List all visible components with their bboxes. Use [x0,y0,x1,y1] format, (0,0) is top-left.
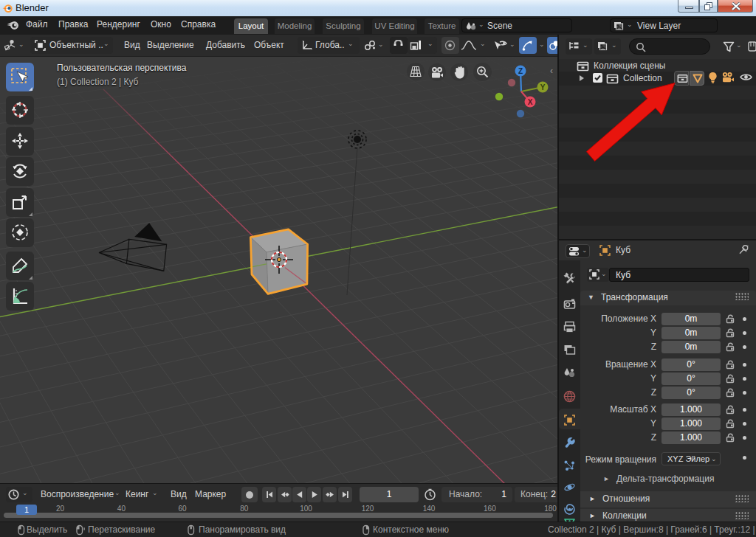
svg-text:X: X [528,98,533,106]
svg-text:Y: Y [540,83,546,91]
svg-text:Z: Z [518,67,523,75]
